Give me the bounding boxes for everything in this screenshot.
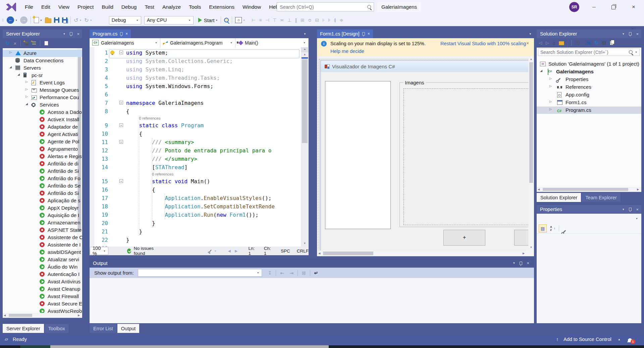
tree-item-anfitri-o-do-fo[interactable]: Anfitrião do Fo <box>3 175 82 182</box>
code-editor[interactable]: 1−using System;2using System.Collections… <box>90 47 309 247</box>
alphabetical-sort-icon[interactable]: ↓ <box>550 225 555 231</box>
pin-icon[interactable] <box>70 32 72 36</box>
zoom-select[interactable]: 100 %▼ <box>90 247 108 255</box>
fold-collapse-icon[interactable]: − <box>119 179 123 183</box>
restart-with-100-scaling-link[interactable]: Restart Visual Studio with 100% scaling <box>440 41 526 46</box>
expand-arrow[interactable]: ▷ <box>549 108 552 111</box>
tree-item-acesso-a-dado[interactable]: Acesso a Dado <box>3 109 82 116</box>
menu-view[interactable]: View <box>54 0 73 14</box>
menu-window[interactable]: Window <box>238 0 265 14</box>
add-to-source-control-button[interactable]: Add to Source Control <box>564 337 611 342</box>
next-message-icon[interactable]: ⇥ <box>289 270 293 276</box>
code-line-2[interactable]: 2using System.Collections.Generic; <box>90 57 309 65</box>
scroll-left-icon[interactable]: ◀ <box>538 188 540 191</box>
window-position-icon[interactable]: ▼ <box>622 32 625 36</box>
quick-search-input[interactable]: Search (Ctrl+Q) <box>277 2 374 11</box>
tab-team-explorer[interactable]: Team Explorer <box>582 193 620 202</box>
tree-item-atualizar-servi[interactable]: Atualizar servi <box>3 256 82 263</box>
categorized-button[interactable]: ▤ <box>539 224 547 232</box>
tree-item-assistente-de-c[interactable]: Assistente de C <box>3 234 82 241</box>
scrollbar-thumb[interactable] <box>9 314 32 317</box>
open-file-button[interactable] <box>45 16 51 24</box>
tree-item-autentica-o-i[interactable]: Autenticação I <box>3 271 82 278</box>
codelens-references[interactable]: 0 references <box>152 171 173 177</box>
output-content[interactable] <box>90 278 534 323</box>
tab-form1-design[interactable]: Form1.cs [Design] × <box>317 29 373 38</box>
issues-status[interactable]: No issues found <box>134 246 159 256</box>
tree-item-asp-net-state[interactable]: ASP.NET State <box>3 226 82 234</box>
code-cleanup-dropdown-icon[interactable]: ▼ <box>214 250 217 252</box>
collapse-all-icon[interactable]: ⊟ <box>602 40 606 46</box>
tree-item-data-connections[interactable]: Data Connections <box>3 57 82 64</box>
tree-item-references[interactable]: ▷References <box>537 83 641 91</box>
tab-program-cs[interactable]: Program.cs × <box>90 29 131 38</box>
expand-arrow[interactable]: ▷ <box>25 95 28 98</box>
scroll-down-icon[interactable]: ▼ <box>528 246 534 249</box>
properties-panel-header[interactable]: Properties ▼× <box>537 205 641 214</box>
connect-to-server-icon[interactable] <box>32 42 36 45</box>
tree-item-assistente-de-i[interactable]: Assistente de I <box>3 241 82 249</box>
tree-item-app-config[interactable]: App.config <box>537 91 641 98</box>
solution-explorer-hscrollbar[interactable]: ◀ ▶ <box>537 187 641 192</box>
expand-arrow[interactable]: ▷ <box>549 77 552 80</box>
tree-item-anfitri-o-do-si[interactable]: Anfitrião do Si <box>3 190 82 197</box>
scroll-up-icon[interactable]: ▲ <box>528 56 534 61</box>
tree-item-avast-secure-e[interactable]: Avast Secure E <box>3 300 82 307</box>
listbox-control[interactable] <box>325 81 391 229</box>
code-line-20[interactable]: 20 } <box>90 219 309 227</box>
chevron-up-icon[interactable]: ▲ <box>618 338 621 341</box>
tree-item-avastwscrepo[interactable]: AvastWscRepo <box>3 307 82 313</box>
tree-item-anfitri-o-de-si[interactable]: Anfitrião de Si <box>3 167 82 175</box>
tree-item-event-logs[interactable]: ▷Event Logs <box>3 79 82 86</box>
code-line-1[interactable]: 1−using System; <box>90 49 309 57</box>
minimize-button[interactable]: ─ <box>586 0 602 14</box>
expand-arrow[interactable]: ▷ <box>25 80 28 83</box>
scroll-left-icon[interactable]: ◀ <box>4 314 6 317</box>
output-source-select[interactable]: ▼ <box>138 269 262 277</box>
forward-icon[interactable]: ▷ <box>546 41 549 45</box>
solution-platform-select[interactable]: Any CPU▼ <box>144 16 194 24</box>
code-line-5[interactable]: 5using System.Windows.Forms; <box>90 82 309 90</box>
clear-all-icon[interactable]: ⊠ <box>302 270 306 276</box>
redo-button[interactable]: ↻▼ <box>84 16 92 24</box>
tree-item-aplica-o-de-s[interactable]: Aplicação de s <box>3 197 82 204</box>
tree-item-properties[interactable]: ▷Properties <box>537 76 641 83</box>
navigate-backward-button[interactable]: ←▼ <box>7 16 17 24</box>
notifications-bell-icon[interactable]: 1 <box>628 337 632 343</box>
code-line-13[interactable]: 13 /// </summary> <box>90 155 309 163</box>
collapse-arrow[interactable]: ◢ <box>9 65 12 69</box>
scrollbar-thumb[interactable] <box>323 252 373 255</box>
server-explorer-panel-header[interactable]: Server Explorer ▼× <box>3 29 82 38</box>
tree-item-services[interactable]: ◢Services <box>3 101 82 109</box>
menu-test[interactable]: Test <box>141 0 158 14</box>
add-sharepoint-connection-icon[interactable] <box>44 41 48 46</box>
undo-button[interactable]: ↺▼ <box>74 16 82 24</box>
code-line-21[interactable]: 21 } <box>90 227 309 236</box>
prev-position-icon[interactable]: ◀ <box>228 249 230 253</box>
code-line-16[interactable]: 16 { <box>90 186 309 194</box>
close-icon[interactable]: × <box>77 31 79 37</box>
editor-vscrollbar[interactable]: ÷ ▲ ▼ <box>301 47 309 247</box>
menu-extensions[interactable]: Extensions <box>205 0 238 14</box>
close-notification-icon[interactable]: × <box>526 41 529 46</box>
scroll-left-icon[interactable]: ◀ <box>318 252 320 255</box>
properties-object-select[interactable]: ▼ <box>537 214 641 223</box>
code-line-14[interactable]: 14 [STAThread] <box>90 163 309 171</box>
tab-list-dropdown-icon[interactable]: ▼ <box>304 32 306 36</box>
restore-button[interactable] <box>606 0 621 14</box>
menu-edit[interactable]: Edit <box>37 0 54 14</box>
close-icon[interactable]: × <box>527 261 529 266</box>
scroll-right-icon[interactable]: ▶ <box>78 314 80 317</box>
show-all-files-icon[interactable] <box>610 41 613 45</box>
navigate-forward-button[interactable]: → <box>20 16 28 24</box>
add-image-button[interactable]: + <box>443 230 485 246</box>
expand-arrow[interactable]: ▷ <box>9 51 12 54</box>
fold-collapse-icon[interactable]: − <box>119 123 123 127</box>
tab-solution-explorer[interactable]: Solution Explorer <box>537 193 581 202</box>
tree-item-performance-cou[interactable]: ▷Performance Cou <box>3 94 82 101</box>
code-line-3[interactable]: 3using System.Linq; <box>90 65 309 74</box>
tree-item-aswbidsagent[interactable]: aswbIDSAgent <box>3 249 82 256</box>
scroll-down-icon[interactable]: ▼ <box>301 242 309 245</box>
code-line-6[interactable]: 6 <box>90 90 309 99</box>
pin-tab-icon[interactable] <box>362 32 365 36</box>
